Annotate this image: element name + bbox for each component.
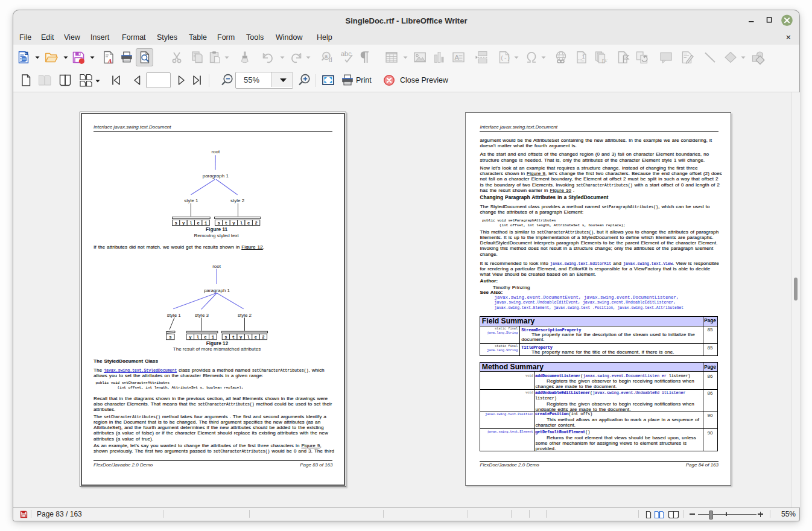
svg-text:s: s <box>169 335 171 340</box>
svg-text:root: root <box>211 149 220 154</box>
svg-text:[i]: [i] <box>601 58 608 63</box>
svg-text:y: y <box>232 221 235 226</box>
svg-text:l: l <box>240 221 243 226</box>
svg-text:paragraph 1: paragraph 1 <box>203 173 229 179</box>
svg-text:y: y <box>239 335 243 340</box>
svg-text:2: 2 <box>255 221 257 226</box>
svg-text:s: s <box>224 335 227 340</box>
svg-text:abc: abc <box>341 50 352 57</box>
svg-text:2: 2 <box>262 335 264 340</box>
svg-text:style 3: style 3 <box>195 313 209 318</box>
svg-text:l: l <box>247 335 250 340</box>
svg-text:l: l <box>189 221 192 226</box>
svg-text:style 2: style 2 <box>230 198 245 203</box>
svg-text:l: l <box>197 335 200 340</box>
svg-text:style 1: style 1 <box>167 313 182 318</box>
svg-text:y: y <box>182 221 185 226</box>
svg-text:a: a <box>325 53 328 59</box>
svg-text:t: t <box>225 221 227 226</box>
svg-text:Removing styled text: Removing styled text <box>194 233 239 238</box>
svg-text:1: 1 <box>582 54 585 60</box>
svg-text:y: y <box>189 335 192 340</box>
svg-text:root: root <box>212 264 221 269</box>
svg-text:Figure 11: Figure 11 <box>206 227 227 232</box>
svg-text:e: e <box>255 335 257 340</box>
svg-text:paragraph 1: paragraph 1 <box>204 288 230 293</box>
svg-text:e: e <box>197 221 200 226</box>
svg-text:e: e <box>247 221 250 226</box>
svg-text:A: A <box>107 57 112 64</box>
svg-text:e: e <box>204 335 206 340</box>
svg-text:t: t <box>232 335 235 340</box>
svg-text:(-): (-) <box>500 56 510 62</box>
svg-text:style 2: style 2 <box>238 313 252 318</box>
svg-text:The result of more mismatched: The result of more mismatched attributes <box>173 346 261 352</box>
svg-text:d: d <box>329 57 332 63</box>
svg-text:1: 1 <box>212 335 215 340</box>
svg-text:Figure 12: Figure 12 <box>206 341 229 346</box>
svg-text:A: A <box>455 53 460 60</box>
svg-text:style 1: style 1 <box>184 198 198 203</box>
svg-text:s: s <box>175 221 177 226</box>
svg-text:1: 1 <box>205 221 208 226</box>
svg-text:s: s <box>217 221 220 226</box>
